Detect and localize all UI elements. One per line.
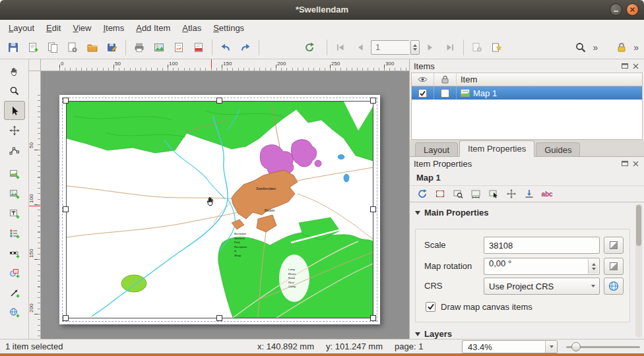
item-toolbar xyxy=(0,59,29,339)
tab-layout[interactable]: Layout xyxy=(415,142,458,156)
pan-tool-button[interactable] xyxy=(4,61,25,80)
map-item[interactable]: Swellendam Railton Bontebok National Par… xyxy=(66,101,373,318)
atlas-feature-spinner[interactable] xyxy=(410,40,420,55)
view-extent-in-canvas-button[interactable] xyxy=(449,187,467,202)
atlas-feature-input[interactable] xyxy=(371,40,409,55)
resize-handle-w[interactable] xyxy=(63,206,69,212)
redo-button[interactable] xyxy=(236,38,255,57)
update-map-preview-button[interactable] xyxy=(414,187,431,202)
select-move-item-tool-button[interactable] xyxy=(4,101,25,120)
export-pdf-button[interactable] xyxy=(189,38,208,57)
resize-handle-nw[interactable] xyxy=(63,98,69,104)
scale-input[interactable] xyxy=(484,237,600,254)
export-svg-button[interactable] xyxy=(170,38,188,57)
add-label-button[interactable] xyxy=(4,204,25,223)
atlas-settings-button[interactable] xyxy=(468,38,486,57)
select-crs-button[interactable] xyxy=(604,278,624,295)
menu-settings[interactable]: Settings xyxy=(207,21,250,35)
refresh-view-button[interactable] xyxy=(300,38,319,57)
close-button[interactable] xyxy=(626,3,639,16)
atlas-next-button[interactable] xyxy=(421,38,439,57)
item-column-header: Item xyxy=(457,73,642,86)
float-properties-button[interactable] xyxy=(620,160,629,168)
resize-handle-n[interactable] xyxy=(216,98,222,104)
scrollbar-thumb[interactable] xyxy=(636,205,641,246)
close-panel-button[interactable] xyxy=(631,62,640,71)
duplicate-layout-button[interactable] xyxy=(44,38,62,57)
main-properties-section[interactable]: Main Properties xyxy=(415,208,489,218)
layout-canvas[interactable]: Swellendam Railton Bontebok National Par… xyxy=(41,71,409,339)
duplicate-layout-icon xyxy=(47,42,59,53)
bookmark-extent-button[interactable] xyxy=(521,187,538,202)
new-layout-button[interactable] xyxy=(24,38,42,57)
resize-handle-sw[interactable] xyxy=(63,315,69,321)
crs-dropdown[interactable]: Use Project CRS xyxy=(484,278,600,295)
minimize-button[interactable] xyxy=(610,3,622,16)
float-panel-button[interactable] xyxy=(620,62,629,71)
zoom-slider[interactable] xyxy=(566,340,640,354)
menu-items[interactable]: Items xyxy=(97,21,130,35)
add-scalebar-button[interactable] xyxy=(4,243,25,262)
menu-atlas[interactable]: Atlas xyxy=(176,21,207,35)
close-properties-button[interactable] xyxy=(631,160,640,168)
tab-item-properties[interactable]: Item Properties xyxy=(459,140,534,157)
load-template-button[interactable] xyxy=(83,38,102,57)
lock-button[interactable] xyxy=(612,38,631,57)
move-map-content-button[interactable] xyxy=(503,187,520,202)
set-map-extent-button[interactable] xyxy=(432,187,449,202)
undo-button[interactable] xyxy=(216,38,235,57)
add-image-icon xyxy=(9,189,20,199)
toolbar-zoom-button[interactable] xyxy=(571,38,590,57)
next-feature-icon xyxy=(424,42,436,53)
add-shape-button[interactable] xyxy=(4,263,25,282)
edit-extent-icon xyxy=(488,189,499,199)
resize-handle-e[interactable] xyxy=(370,206,376,212)
zoom-tool-button[interactable] xyxy=(4,81,25,100)
menu-layout[interactable]: Layout xyxy=(3,21,40,35)
atlas-preview-button[interactable] xyxy=(488,38,506,57)
add-legend-button[interactable] xyxy=(4,223,25,243)
save-project-button[interactable] xyxy=(4,38,22,57)
item-row-map1[interactable]: Map 1 xyxy=(412,86,642,100)
atlas-last-button[interactable] xyxy=(441,38,459,57)
add-arrow-button[interactable] xyxy=(4,283,25,302)
item-lock-checkbox[interactable] xyxy=(441,89,449,98)
menu-view[interactable]: View xyxy=(67,21,97,35)
resize-handle-se[interactable] xyxy=(370,315,376,321)
pan-hand-icon xyxy=(9,66,20,76)
add-html-button[interactable] xyxy=(4,303,25,322)
add-html-icon xyxy=(9,307,20,318)
slider-thumb[interactable] xyxy=(571,342,581,351)
atlas-prev-button[interactable] xyxy=(351,38,370,57)
print-button[interactable] xyxy=(130,38,148,57)
set-scale-to-canvas-button[interactable] xyxy=(467,187,484,202)
menu-edit[interactable]: Edit xyxy=(40,21,67,35)
resize-handle-ne[interactable] xyxy=(370,98,376,104)
draw-canvas-items-checkbox[interactable] xyxy=(426,302,435,312)
scale-data-defined-button[interactable] xyxy=(604,237,624,254)
map-rotation-spinbox[interactable]: 0,00 ° xyxy=(484,258,600,275)
export-image-button[interactable] xyxy=(150,38,168,57)
move-item-content-tool-button[interactable] xyxy=(4,121,25,140)
layers-section[interactable]: Layers xyxy=(415,329,452,339)
item-visibility-checkbox[interactable] xyxy=(418,89,427,98)
toolbar-overflow-chevron-2[interactable]: » xyxy=(632,42,640,53)
zoom-combo-arrow[interactable] xyxy=(545,341,557,353)
resize-handle-s[interactable] xyxy=(216,315,222,321)
save-template-button[interactable] xyxy=(103,38,121,57)
menu-add-item[interactable]: Add Item xyxy=(130,21,176,35)
zoom-level-combo[interactable]: 43.4% xyxy=(462,340,558,353)
edit-extent-interactively-button[interactable] xyxy=(485,187,502,202)
toolbar-overflow-chevron[interactable]: » xyxy=(591,42,599,53)
rotation-data-defined-button[interactable] xyxy=(604,258,624,275)
add-image-button[interactable] xyxy=(4,184,25,203)
svg-text:Camp: Camp xyxy=(288,285,296,288)
tab-guides[interactable]: Guides xyxy=(536,142,580,156)
labeling-settings-button[interactable]: abc xyxy=(538,187,556,202)
add-shape-icon xyxy=(9,268,20,278)
rotation-spin-buttons[interactable] xyxy=(588,259,598,274)
add-map-button[interactable] xyxy=(4,164,25,183)
atlas-first-button[interactable] xyxy=(331,38,350,57)
edit-nodes-tool-button[interactable] xyxy=(4,140,25,160)
layout-manager-button[interactable] xyxy=(63,38,82,57)
